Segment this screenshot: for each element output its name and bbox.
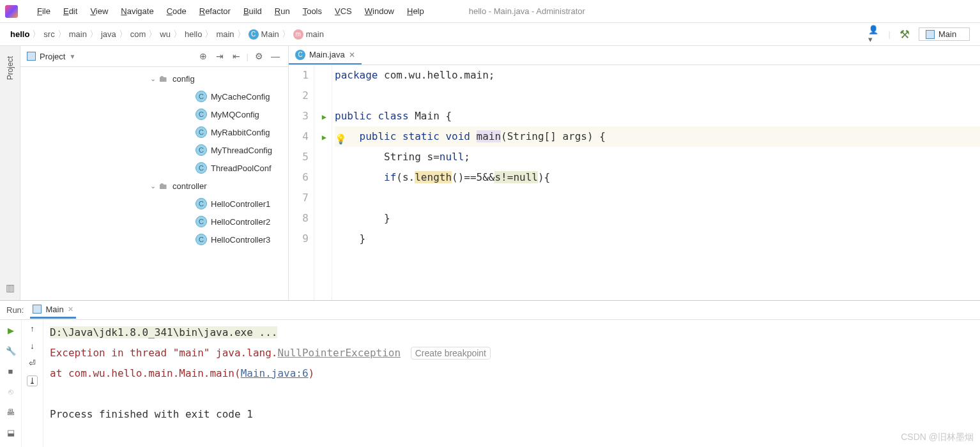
- expand-all-icon[interactable]: ⇥: [213, 50, 226, 63]
- exit-icon[interactable]: ⎋: [4, 385, 17, 398]
- tree-class[interactable]: CMyCacheConfig: [20, 87, 288, 105]
- chevron-down-icon[interactable]: ⌄: [148, 75, 157, 83]
- class-icon: C: [195, 144, 207, 156]
- collapse-all-icon[interactable]: ⇤: [230, 50, 243, 63]
- tree-label: config: [172, 74, 195, 84]
- menu-file[interactable]: File: [31, 4, 57, 19]
- build-icon[interactable]: ⚒: [898, 28, 911, 41]
- code-line[interactable]: package com.wu.hello.main;: [335, 65, 980, 86]
- close-icon[interactable]: ✕: [349, 50, 355, 59]
- crumb-java[interactable]: java: [101, 29, 116, 39]
- crumb-hello[interactable]: hello: [185, 29, 202, 39]
- project-pane: Project ▼ ⊕ ⇥ ⇤ | ⚙ — ⌄🖿configCMyCacheCo…: [20, 46, 289, 300]
- wrench-icon[interactable]: 🔧: [4, 344, 17, 357]
- menu-vcs[interactable]: VCS: [328, 4, 358, 19]
- code-line[interactable]: [335, 86, 980, 106]
- console[interactable]: D:\Java\jdk1.8.0_341\bin\java.exe ... Ex…: [43, 320, 980, 447]
- run-tab-name: Main: [45, 305, 63, 314]
- run-gutter[interactable]: ▶▶: [314, 65, 332, 300]
- code-line[interactable]: String s=null;: [335, 147, 980, 167]
- class-icon: C: [195, 91, 207, 102]
- down-icon[interactable]: ↓: [30, 341, 34, 351]
- crumb-Main[interactable]: CMain: [249, 29, 279, 40]
- tree-class[interactable]: CHelloController1: [20, 195, 288, 213]
- menu-help[interactable]: Help: [401, 4, 431, 19]
- menu-build[interactable]: Build: [237, 4, 268, 19]
- tree-label: MyMQConfig: [211, 110, 259, 119]
- crumb-wu[interactable]: wu: [160, 29, 171, 39]
- code-line[interactable]: [335, 188, 980, 208]
- gear-icon[interactable]: ⚙: [252, 50, 265, 63]
- crumb-hello[interactable]: hello: [10, 29, 29, 39]
- code-line[interactable]: }: [335, 229, 980, 249]
- tree-class[interactable]: CMyThreadConfig: [20, 141, 288, 159]
- code-line[interactable]: if(s.length()==5&&s!=null){: [335, 167, 980, 188]
- class-icon: C: [295, 50, 305, 60]
- tree-class[interactable]: CHelloController3: [20, 231, 288, 248]
- close-icon[interactable]: ✕: [68, 305, 73, 314]
- intention-bulb-icon[interactable]: 💡: [335, 129, 347, 149]
- config-name: Main: [938, 29, 956, 39]
- user-icon[interactable]: 👤▾: [868, 28, 881, 41]
- left-tool-strip: Project ▥: [0, 46, 20, 300]
- menu-run[interactable]: Run: [268, 4, 296, 19]
- project-title[interactable]: Project: [40, 52, 65, 61]
- class-icon: C: [195, 234, 207, 245]
- run-config-tab[interactable]: Main ✕: [30, 302, 75, 319]
- menu-view[interactable]: View: [84, 4, 114, 19]
- method-icon: m: [293, 29, 303, 40]
- chevron-down-icon[interactable]: ⌄: [148, 182, 157, 190]
- tree-class[interactable]: CHelloController2: [20, 213, 288, 231]
- tree-label: HelloController1: [211, 199, 270, 209]
- tree-folder[interactable]: ⌄🖿config: [20, 70, 288, 87]
- crumb-com[interactable]: com: [130, 29, 146, 39]
- editor-tab-bar: C Main.java ✕: [289, 46, 980, 65]
- app-config-icon: [33, 305, 42, 314]
- editor-area: C Main.java ✕ 123456789 ▶▶ 💡 package com…: [289, 46, 980, 300]
- tree-class[interactable]: CMyMQConfig: [20, 105, 288, 123]
- tree-class[interactable]: CThreadPoolConf: [20, 159, 288, 177]
- code-line[interactable]: public class Main {: [335, 106, 980, 126]
- structure-icon[interactable]: ▥: [6, 282, 15, 294]
- crumb-main[interactable]: main: [216, 29, 234, 39]
- code-column[interactable]: 💡 package com.wu.hello.main;public class…: [332, 65, 980, 300]
- run-line-icon[interactable]: ▶: [322, 112, 326, 121]
- create-breakpoint-hint[interactable]: Create breakpoint: [411, 347, 491, 360]
- code-line[interactable]: public static void main(String[] args) {: [335, 126, 980, 147]
- project-dropdown-icon[interactable]: ▼: [69, 53, 75, 60]
- crumb-src[interactable]: src: [43, 29, 54, 39]
- class-icon: C: [195, 126, 207, 138]
- tree-class[interactable]: CMyRabbitConfig: [20, 123, 288, 141]
- stop-icon[interactable]: ■: [4, 365, 17, 377]
- soft-wrap-icon[interactable]: ⏎: [29, 358, 36, 368]
- rerun-icon[interactable]: ▶: [4, 324, 17, 337]
- stack-link[interactable]: Main.java:6: [241, 367, 309, 379]
- console-stack-line: at com.wu.hello.main.Main.main(Main.java…: [50, 363, 974, 384]
- editor-body[interactable]: 123456789 ▶▶ 💡 package com.wu.hello.main…: [289, 65, 980, 300]
- code-line[interactable]: }: [335, 208, 980, 229]
- tree-label: MyRabbitConfig: [211, 128, 270, 137]
- project-tree[interactable]: ⌄🖿configCMyCacheConfigCMyMQConfigCMyRabb…: [20, 67, 288, 300]
- menu-tools[interactable]: Tools: [296, 4, 328, 19]
- menu-navigate[interactable]: Navigate: [114, 4, 160, 19]
- run-line-icon[interactable]: ▶: [322, 133, 326, 142]
- crumb-main[interactable]: mmain: [293, 29, 324, 40]
- tree-label: HelloController2: [211, 217, 270, 227]
- run-config-select[interactable]: Main: [919, 27, 970, 41]
- printer-icon[interactable]: 🖶: [4, 405, 17, 418]
- up-icon[interactable]: ↑: [30, 324, 34, 333]
- editor-tab-main[interactable]: C Main.java ✕: [289, 46, 362, 64]
- hide-icon[interactable]: —: [269, 50, 282, 63]
- select-opened-icon[interactable]: ⊕: [197, 50, 210, 63]
- menu-code[interactable]: Code: [160, 4, 193, 19]
- scroll-end-icon[interactable]: ⤓: [27, 375, 38, 386]
- class-icon: C: [195, 162, 207, 174]
- project-vtab[interactable]: Project: [6, 51, 15, 85]
- tree-label: MyCacheConfig: [211, 92, 270, 102]
- menu-edit[interactable]: Edit: [57, 4, 84, 19]
- menu-window[interactable]: Window: [358, 4, 401, 19]
- crumb-main[interactable]: main: [69, 29, 87, 39]
- menu-refactor[interactable]: Refactor: [193, 4, 237, 19]
- tree-folder[interactable]: ⌄🖿controller: [20, 177, 288, 195]
- layout-icon[interactable]: ⬓: [4, 426, 17, 439]
